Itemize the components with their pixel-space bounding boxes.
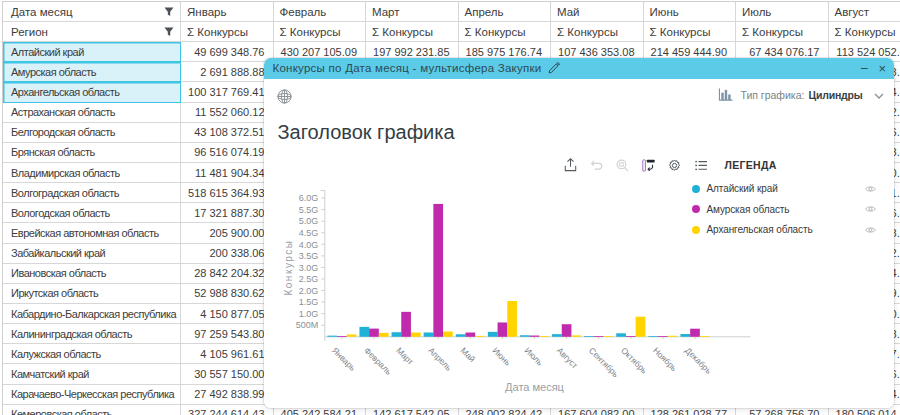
table-value-cell[interactable]: 11 552 060.12 bbox=[181, 103, 274, 123]
table-value-cell[interactable]: 4 105 961.61 bbox=[181, 344, 274, 364]
filter-funnel-icon[interactable] bbox=[164, 7, 174, 17]
bar[interactable] bbox=[680, 334, 690, 337]
month-column-header[interactable]: Январь bbox=[181, 2, 274, 22]
table-value-cell[interactable]: 17 321 887.30 bbox=[181, 203, 274, 223]
bar[interactable] bbox=[648, 336, 658, 337]
region-row-header[interactable]: Камчатский край bbox=[3, 364, 181, 384]
table-value-cell[interactable]: 27 492 838.99 bbox=[181, 385, 274, 405]
region-row-header[interactable]: Забайкальский край bbox=[3, 244, 181, 264]
region-row-header[interactable]: Волгоградская область bbox=[3, 183, 181, 203]
bar[interactable] bbox=[337, 336, 347, 337]
region-row-header[interactable]: Брянская область bbox=[3, 143, 181, 163]
table-value-cell[interactable]: 97 259 543.80 bbox=[181, 324, 274, 344]
table-value-cell[interactable]: 205 900.00 bbox=[181, 223, 274, 243]
measure-header[interactable]: Σ Конкурсы bbox=[736, 22, 829, 42]
minimize-button[interactable]: – bbox=[856, 59, 874, 77]
bar[interactable] bbox=[507, 300, 517, 336]
month-column-header[interactable]: Февраль bbox=[274, 2, 367, 22]
bar[interactable] bbox=[593, 336, 603, 337]
region-row-header[interactable]: Иркутская область bbox=[3, 284, 181, 304]
bar[interactable] bbox=[391, 332, 401, 337]
bar[interactable] bbox=[401, 311, 411, 336]
bar-chart[interactable]: 500M1.0G1.5G2.0G2.5G3.0G3.5G4.0G4.5G5.0G… bbox=[264, 79, 894, 408]
table-value-cell[interactable]: 96 516 074.19 bbox=[181, 143, 274, 163]
bar[interactable] bbox=[539, 336, 549, 337]
measure-header[interactable]: Σ Конкурсы bbox=[366, 22, 459, 42]
bar[interactable] bbox=[616, 333, 626, 336]
region-row-header[interactable]: Кемеровская область bbox=[3, 405, 181, 415]
region-row-header[interactable]: Амурская область bbox=[3, 62, 181, 82]
month-column-header[interactable]: Июнь bbox=[644, 2, 737, 22]
table-value-cell[interactable]: 518 615 364.93 bbox=[181, 183, 274, 203]
table-value-cell[interactable]: 11 481 904.34 bbox=[181, 163, 274, 183]
region-row-header[interactable]: Калининградская область bbox=[3, 324, 181, 344]
bar[interactable] bbox=[552, 334, 562, 337]
bar[interactable] bbox=[658, 336, 668, 337]
table-value-cell[interactable]: 200 338.06 bbox=[181, 244, 274, 264]
bar[interactable] bbox=[465, 332, 475, 336]
bar[interactable] bbox=[410, 332, 420, 336]
bar[interactable] bbox=[359, 326, 369, 336]
measure-header[interactable]: Σ Конкурсы bbox=[181, 22, 274, 42]
bar[interactable] bbox=[487, 331, 497, 336]
bar[interactable] bbox=[519, 335, 529, 337]
bar[interactable] bbox=[571, 335, 581, 336]
region-row-header[interactable]: Астраханская область bbox=[3, 103, 181, 123]
table-value-cell[interactable]: 49 699 348.76 bbox=[181, 42, 274, 62]
bar[interactable] bbox=[690, 328, 700, 336]
table-value-cell[interactable]: 30 557 150.00 bbox=[181, 364, 274, 384]
column-dimension-header[interactable]: Дата месяц bbox=[3, 2, 181, 22]
bar[interactable] bbox=[699, 336, 709, 337]
region-row-header[interactable]: Владимирская область bbox=[3, 163, 181, 183]
month-column-header[interactable]: Июль bbox=[736, 2, 829, 22]
region-row-header[interactable]: Карачаево-Черкесская республика bbox=[3, 385, 181, 405]
table-value-cell[interactable]: 327 244 614.43 bbox=[181, 405, 274, 415]
row-dimension-header[interactable]: Регион bbox=[3, 22, 181, 42]
bar[interactable] bbox=[625, 336, 635, 337]
bar[interactable] bbox=[561, 324, 571, 337]
table-value-cell[interactable]: 2 691 888.88 bbox=[181, 62, 274, 82]
bar[interactable] bbox=[529, 335, 539, 336]
month-column-header[interactable]: Май bbox=[551, 2, 644, 22]
bar[interactable] bbox=[635, 316, 645, 336]
table-value-cell[interactable]: 4 150 877.05 bbox=[181, 304, 274, 324]
bar[interactable] bbox=[378, 332, 388, 336]
region-row-header[interactable]: Архангельская область bbox=[3, 82, 181, 102]
y-axis-title: Конкурсы bbox=[282, 239, 293, 295]
table-value-cell[interactable]: 43 108 372.51 bbox=[181, 123, 274, 143]
region-row-header[interactable]: Ивановская область bbox=[3, 264, 181, 284]
bar[interactable] bbox=[433, 203, 443, 336]
filter-funnel-icon[interactable] bbox=[164, 27, 174, 37]
region-row-header[interactable]: Еврейская автономная область bbox=[3, 223, 181, 243]
measure-header[interactable]: Σ Конкурсы bbox=[551, 22, 644, 42]
bar[interactable] bbox=[603, 336, 613, 337]
month-column-header[interactable]: Август bbox=[829, 2, 900, 22]
region-row-header[interactable]: Алтайский край bbox=[3, 42, 181, 62]
close-button[interactable]: × bbox=[874, 59, 892, 77]
bar[interactable] bbox=[443, 331, 453, 336]
chart-window-titlebar[interactable]: Конкурсы по Дата месяц - мультисфера Зак… bbox=[264, 58, 894, 79]
table-value-cell[interactable]: 100 317 769.41 bbox=[181, 82, 274, 102]
measure-header[interactable]: Σ Конкурсы bbox=[274, 22, 367, 42]
bar[interactable] bbox=[423, 332, 433, 336]
table-value-cell[interactable]: 52 988 830.62 bbox=[181, 284, 274, 304]
bar[interactable] bbox=[346, 334, 356, 336]
region-row-header[interactable]: Калужская область bbox=[3, 344, 181, 364]
bar[interactable] bbox=[369, 328, 379, 336]
bar[interactable] bbox=[475, 335, 485, 336]
edit-title-icon[interactable] bbox=[548, 62, 560, 74]
bar[interactable] bbox=[455, 334, 465, 336]
measure-header[interactable]: Σ Конкурсы bbox=[459, 22, 552, 42]
region-row-header[interactable]: Вологодская область bbox=[3, 203, 181, 223]
region-row-header[interactable]: Кабардино-Балкарская республика bbox=[3, 304, 181, 324]
bar[interactable] bbox=[667, 335, 677, 336]
table-value-cell[interactable]: 28 842 204.32 bbox=[181, 264, 274, 284]
measure-header[interactable]: Σ Конкурсы bbox=[829, 22, 900, 42]
bar[interactable] bbox=[497, 322, 507, 336]
region-row-header[interactable]: Белгородская область bbox=[3, 123, 181, 143]
bar[interactable] bbox=[327, 335, 337, 336]
month-column-header[interactable]: Апрель bbox=[459, 2, 552, 22]
month-column-header[interactable]: Март bbox=[366, 2, 459, 22]
bar[interactable] bbox=[584, 336, 594, 337]
measure-header[interactable]: Σ Конкурсы bbox=[644, 22, 737, 42]
